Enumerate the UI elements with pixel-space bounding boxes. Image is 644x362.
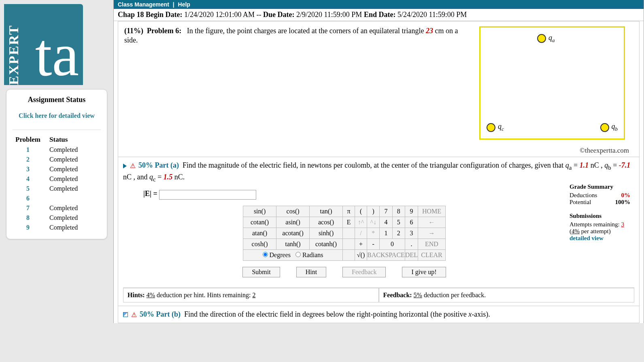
problem-row: 3Completed	[11, 165, 102, 174]
key-cotan[interactable]: cotan()	[243, 217, 276, 228]
key-sqrt[interactable]: √()	[355, 249, 367, 260]
key-7[interactable]: 7	[380, 206, 392, 217]
copyright: ©theexpertta.com	[118, 145, 639, 157]
key-sinh[interactable]: sinh()	[310, 228, 343, 238]
key-acotan[interactable]: acotan()	[276, 228, 310, 238]
triangle-figure: qa qc qb	[479, 26, 625, 140]
hint-button[interactable]: Hint	[296, 267, 326, 277]
nav-class-management[interactable]: Class Management	[118, 1, 169, 8]
dates-bar: Chap 18 Begin Date: 1/24/2020 12:01:00 A…	[114, 9, 644, 21]
key-div[interactable]: /	[355, 228, 367, 238]
part-a: ⚠ 50% Part (a) Find the magnitude of the…	[118, 157, 639, 306]
key-6[interactable]: 6	[405, 217, 418, 228]
key-1[interactable]: 1	[380, 228, 392, 238]
hints-bar: Hints: 4% deduction per hint. Hints rema…	[123, 287, 634, 302]
problem-row: 2Completed	[11, 155, 102, 164]
logo-ta: ta	[35, 24, 79, 85]
collapse-icon[interactable]	[123, 312, 128, 317]
answer-label: |E| =	[143, 190, 157, 198]
key-rparen[interactable]: )	[367, 206, 380, 217]
key-pi[interactable]: π	[343, 206, 355, 217]
answer-row: |E| =	[127, 183, 561, 205]
part-a-header: ⚠ 50% Part (a) Find the magnitude of the…	[123, 160, 634, 183]
submit-button[interactable]: Submit	[242, 267, 280, 277]
radians-radio[interactable]	[295, 252, 301, 257]
key-plus[interactable]: +	[355, 238, 367, 249]
divider	[13, 130, 101, 130]
key-9[interactable]: 9	[405, 206, 418, 217]
answer-input[interactable]	[159, 190, 256, 200]
key-sin[interactable]: sin()	[243, 206, 276, 217]
problem-row: 1Completed	[11, 145, 102, 154]
feedback-cell: Feedback: 5% deduction per feedback.	[379, 288, 635, 302]
warning-icon: ⚠	[131, 311, 137, 319]
problem-text: (11%) Problem 6: In the figure, the poin…	[124, 26, 471, 140]
key-3[interactable]: 3	[405, 228, 418, 238]
key-5[interactable]: 5	[392, 217, 405, 228]
key-2[interactable]: 2	[392, 228, 405, 238]
problem-box: (11%) Problem 6: In the figure, the poin…	[118, 21, 640, 323]
problem-row: 8Completed	[11, 213, 102, 222]
key-mul[interactable]: *	[367, 228, 380, 238]
action-row: Submit Hint Feedback I give up!	[127, 261, 561, 283]
logo: EXPERT ta	[4, 4, 83, 85]
logo-vertical-text: EXPERT	[6, 25, 21, 85]
charge-qa: qa	[537, 34, 555, 44]
key-cos[interactable]: cos()	[276, 206, 310, 217]
key-minus[interactable]: -	[367, 238, 380, 249]
detailed-view-link[interactable]: Click here for detailed view	[11, 112, 103, 119]
key-asin[interactable]: asin()	[276, 217, 310, 228]
key-backspace[interactable]: BACKSPACE	[367, 249, 405, 260]
col-status: Status	[45, 135, 102, 145]
key-tanh[interactable]: tanh()	[276, 238, 310, 249]
key-0[interactable]: 0	[380, 238, 405, 249]
keypad: sin() cos() tan() π ( ) 7 8 9 HOME	[243, 206, 446, 261]
top-nav: Class Management | Help	[114, 0, 644, 9]
col-problem: Problem	[11, 135, 45, 145]
key-e[interactable]: E	[343, 217, 355, 228]
key-4[interactable]: 4	[380, 217, 392, 228]
part-b: ⚠ 50% Part (b) Find the direction of the…	[118, 306, 639, 323]
key-end[interactable]: END	[418, 238, 445, 249]
charge-qb: qb	[600, 122, 618, 132]
key-upcaret[interactable]: ↑^	[355, 217, 367, 228]
key-left[interactable]: ←	[418, 217, 445, 228]
key-cosh[interactable]: cosh()	[243, 238, 276, 249]
key-8[interactable]: 8	[392, 206, 405, 217]
expand-icon[interactable]	[123, 164, 127, 168]
problem-row: 6	[11, 194, 102, 203]
problem-status-table: ProblemStatus 1Completed 2Completed 3Com…	[11, 134, 103, 233]
hints-cell: Hints: 4% deduction per hint. Hints rema…	[123, 288, 379, 302]
problem-row: 7Completed	[11, 204, 102, 213]
giveup-button[interactable]: I give up!	[402, 267, 446, 277]
problem-row: 5Completed	[11, 184, 102, 193]
key-tan[interactable]: tan()	[310, 206, 343, 217]
angle-mode[interactable]: Degrees Radians	[243, 249, 343, 260]
degrees-radio[interactable]	[263, 252, 268, 257]
grade-detailed-view[interactable]: detailed view	[570, 235, 630, 242]
assignment-status-box: Assignment Status Click here for detaile…	[6, 89, 107, 239]
key-lparen[interactable]: (	[355, 206, 367, 217]
key-cotanh[interactable]: cotanh()	[310, 238, 343, 249]
key-atan[interactable]: atan()	[243, 228, 276, 238]
key-home[interactable]: HOME	[418, 206, 445, 217]
key-del[interactable]: DEL	[405, 249, 418, 260]
charge-qc: qc	[487, 122, 504, 132]
key-dot[interactable]: .	[405, 238, 418, 249]
key-right[interactable]: →	[418, 228, 445, 238]
grade-summary: Grade Summary Deductions0% Potential100%…	[570, 183, 630, 283]
assignment-status-title: Assignment Status	[11, 96, 103, 104]
key-acos[interactable]: acos()	[310, 217, 343, 228]
warning-icon: ⚠	[130, 162, 136, 170]
problem-row: 9Completed	[11, 223, 102, 232]
problem-row: 4Completed	[11, 175, 102, 183]
key-clear[interactable]: CLEAR	[418, 249, 445, 260]
feedback-button[interactable]: Feedback	[342, 267, 386, 277]
key-downcaret[interactable]: ^↓	[367, 217, 380, 228]
nav-help[interactable]: Help	[178, 1, 190, 8]
